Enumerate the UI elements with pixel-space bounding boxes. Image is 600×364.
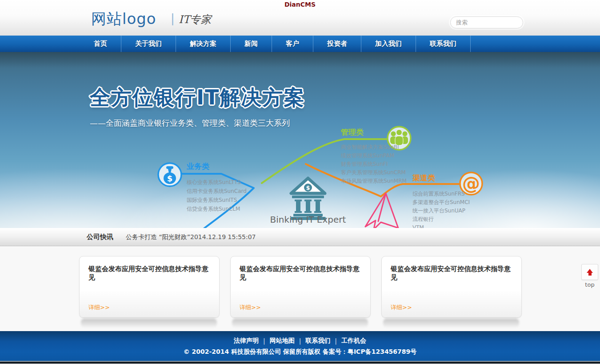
main-nav: 首页 关于我们 解决方案 新闻 客户 投资者 加入我们 联系我们 <box>0 36 600 52</box>
group-item: 国际业务系统SunITS <box>187 196 247 204</box>
ticker-label: 公司快讯 <box>87 233 113 241</box>
card-reflection <box>383 319 519 328</box>
news-card-more-link[interactable]: 详细>> <box>391 304 412 312</box>
group-management: 管理类 商业智能解决方案SunBI 绩效管理系统SunPAM 财务管理系统Sun… <box>341 127 407 185</box>
news-card-more-link[interactable]: 详细>> <box>240 304 261 312</box>
news-card[interactable]: 银监会发布应用安全可控信息技术指导意见 详细>> <box>381 256 522 318</box>
hero-banner: 全方位银行IT解决方案 ——全面涵盖商业银行业务类、管理类、渠道类三大系列 $ <box>0 52 600 228</box>
nav-item-contact[interactable]: 联系我们 <box>416 36 470 52</box>
footer-copyright: © 2002-2014 科技股份有限公司 保留所有版权 备案号：粤ICP备123… <box>0 348 600 356</box>
footer-separator: | <box>263 337 265 344</box>
news-section: 银监会发布应用安全可控信息技术指导意见 详细>> 银监会发布应用安全可控信息技术… <box>0 246 600 331</box>
back-to-top-label: top <box>580 281 599 288</box>
nav-item-investors[interactable]: 投资者 <box>313 36 361 52</box>
group-item: 财务管理系统SunFI <box>341 160 407 168</box>
group-business-title: 业务类 <box>187 161 247 172</box>
footer-links: 法律声明 | 网站地图 | 联系我们 | 工作机会 <box>0 331 600 345</box>
header: DianCMS 网站logo | IT专家 <box>0 0 600 36</box>
group-item: 信贷业务系统SunCLM <box>187 204 247 213</box>
nav-item-news[interactable]: 新闻 <box>230 36 272 52</box>
ticker-headline[interactable]: 公务卡打造 “阳光财政” <box>126 233 190 241</box>
ticker-datetime: 2014.12.19 15:55:07 <box>190 233 256 240</box>
search-input[interactable] <box>451 19 523 26</box>
footer-link-contact[interactable]: 联系我们 <box>305 337 330 345</box>
group-channel-title: 渠道类 <box>412 173 470 183</box>
news-card-title[interactable]: 银监会发布应用安全可控信息技术指导意见 <box>80 256 219 282</box>
footer: 法律声明 | 网站地图 | 联系我们 | 工作机会 © 2002-2014 科技… <box>0 331 600 364</box>
solutions-diagram: $ @ $ <box>0 52 600 228</box>
svg-text:$: $ <box>306 184 310 191</box>
news-card[interactable]: 银监会发布应用安全可控信息技术指导意见 详细>> <box>79 256 220 318</box>
logo-divider: | <box>171 12 175 25</box>
group-item: VTM <box>412 224 470 228</box>
back-to-top-button[interactable]: top <box>580 264 599 288</box>
group-item: 综合前置系统SunFRS <box>412 190 470 198</box>
news-card[interactable]: 银监会发布应用安全可控信息技术指导意见 详细>> <box>230 256 371 318</box>
group-item: 客户关系管理系统SunCRM <box>341 168 407 177</box>
card-reflection <box>81 319 217 328</box>
svg-text:$: $ <box>167 174 173 183</box>
news-card-title[interactable]: 银监会发布应用安全可控信息技术指导意见 <box>231 256 370 282</box>
footer-link-sitemap[interactable]: 网站地图 <box>270 337 295 345</box>
group-business: 业务类 核心业务系统SunLTTS 信用卡业务系统SunCard 国际业务系统S… <box>187 161 247 213</box>
site-logo[interactable]: 网站logo <box>91 9 156 29</box>
money-bag-icon: $ <box>158 163 181 186</box>
group-channel: 渠道类 综合前置系统SunFRS 多渠道整合平台SunMCI 统一接入平台Sun… <box>412 173 470 228</box>
footer-separator: | <box>299 337 301 344</box>
group-item: 绩效管理系统SunPAM <box>341 152 407 160</box>
site-slogan: IT专家 <box>179 12 212 27</box>
nav-item-solutions[interactable]: 解决方案 <box>176 36 230 52</box>
paper-plane-icon <box>365 193 398 228</box>
group-item: 信用卡业务系统SunCard <box>187 187 247 196</box>
group-item: 核心业务系统SunLTTS <box>187 178 247 187</box>
card-reflection <box>232 319 368 328</box>
group-item: 流程银行 <box>412 215 470 224</box>
nav-item-about[interactable]: 关于我们 <box>121 36 176 52</box>
site-watermark: DianCMS <box>0 1 600 8</box>
bank-caption: Binking IT Expert <box>248 214 368 225</box>
nav-item-join[interactable]: 加入我们 <box>361 36 416 52</box>
nav-item-home[interactable]: 首页 <box>80 36 121 52</box>
group-item: 市场风险管理系统SunMRM <box>341 177 407 185</box>
search-box <box>450 16 523 28</box>
nav-item-customers[interactable]: 客户 <box>272 36 313 52</box>
news-card-title[interactable]: 银监会发布应用安全可控信息技术指导意见 <box>382 256 521 282</box>
news-card-more-link[interactable]: 详细>> <box>88 304 110 312</box>
footer-link-jobs[interactable]: 工作机会 <box>341 337 366 345</box>
news-ticker: 公司快讯 公务卡打造 “阳光财政” 2014.12.19 15:55:07 <box>0 228 600 246</box>
group-item: 多渠道整合平台SunMCI <box>412 198 470 207</box>
bank-icon: $ <box>290 178 326 220</box>
group-management-title: 管理类 <box>341 127 407 137</box>
group-item: 统一接入平台SunUAP <box>412 207 470 215</box>
top-arrow-icon[interactable] <box>581 264 598 280</box>
group-item: 商业智能解决方案SunBI <box>341 143 407 152</box>
footer-link-legal[interactable]: 法律声明 <box>234 337 259 345</box>
footer-separator: | <box>335 337 337 344</box>
page: DianCMS 网站logo | IT专家 首页 关于我们 解决方案 新闻 客户… <box>0 0 600 364</box>
